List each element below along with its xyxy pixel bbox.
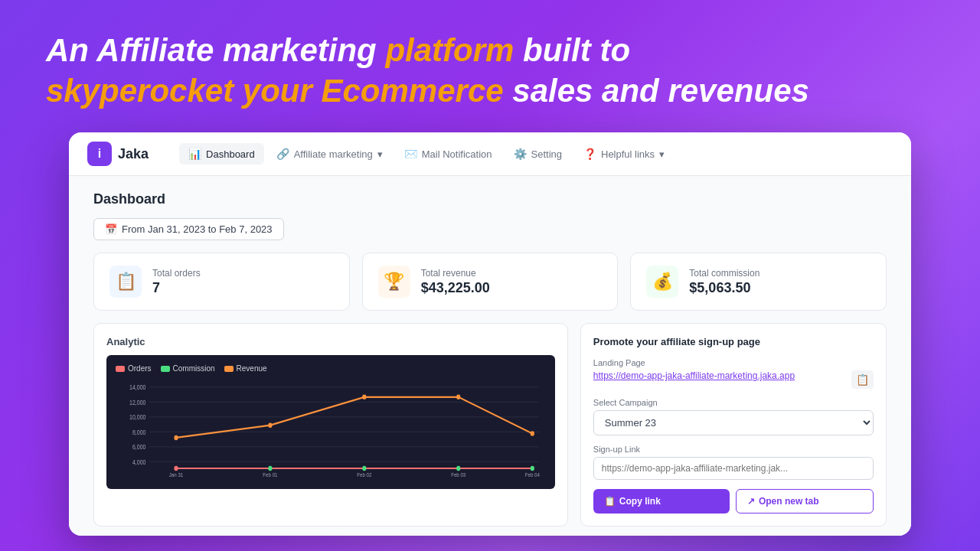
svg-text:Feb 03: Feb 03	[451, 471, 466, 478]
svg-text:4,000: 4,000	[132, 458, 146, 466]
copy-link-button[interactable]: 📋 Copy link	[593, 489, 730, 514]
landing-url[interactable]: https://demo-app-jaka-affiliate-marketin…	[593, 370, 848, 381]
external-link-icon: ↗	[747, 496, 755, 507]
stats-row: 📋 Total orders 7 🏆 Total revenue $43,225…	[93, 253, 887, 311]
affiliate-dropdown-icon: ▾	[377, 148, 383, 160]
hero-platform-highlight: platform	[385, 32, 514, 68]
nav-affiliate-label: Affiliate marketing	[294, 148, 373, 160]
logo-name: Jaka	[118, 146, 149, 162]
nav-mail-label: Mail Notification	[422, 148, 492, 160]
hero-line1-text2: built to	[514, 32, 630, 68]
hero-section: An Affiliate marketing platform built to…	[46, 31, 934, 111]
svg-text:10,000: 10,000	[129, 413, 146, 421]
logo: i Jaka	[87, 142, 149, 166]
help-icon: ❓	[583, 148, 596, 160]
open-tab-button[interactable]: ↗ Open new tab	[736, 489, 874, 514]
bottom-row: Analytic Orders Commission R	[93, 323, 887, 527]
legend-commission-dot	[161, 366, 170, 372]
svg-point-17	[174, 466, 178, 471]
chart-svg: 14,000 12,000 10,000 8,000 6,000 4,000	[116, 379, 546, 478]
commission-info: Total commission $5,063.50	[689, 268, 760, 296]
legend-orders: Orders	[116, 364, 152, 373]
copy-landing-button[interactable]: 📋	[851, 370, 874, 389]
orders-label: Total orders	[152, 268, 201, 279]
nav-item-dashboard[interactable]: 📊 Dashboard	[179, 143, 264, 165]
nav-setting-label: Setting	[531, 148, 562, 160]
revenue-info: Total revenue $43,225.00	[421, 268, 490, 296]
legend-revenue-dot	[224, 366, 234, 372]
logo-icon: i	[87, 142, 112, 166]
copy-link-label: Copy link	[619, 496, 661, 507]
svg-text:Feb 01: Feb 01	[263, 471, 277, 478]
chart-title: Analytic	[106, 336, 555, 347]
campaign-label: Select Campaign	[593, 398, 874, 407]
dashboard-icon: 📊	[188, 148, 201, 160]
promote-title: Promote your affiliate sign-up page	[593, 336, 874, 347]
mail-icon: ✉️	[404, 148, 417, 160]
campaign-field: Select Campaign Summer 23	[593, 398, 874, 435]
gear-icon: ⚙️	[514, 148, 527, 160]
svg-point-13	[268, 422, 272, 428]
svg-point-21	[531, 466, 534, 471]
hero-line2-highlight: skyperocket your Ecommerce	[46, 73, 504, 109]
chart-area: Orders Commission Revenue	[106, 355, 555, 489]
revenue-value: $43,225.00	[421, 280, 490, 296]
signup-label: Sign-up Link	[593, 445, 874, 454]
nav-dashboard-label: Dashboard	[206, 148, 255, 160]
revenue-label: Total revenue	[421, 268, 490, 279]
landing-page-field: Landing Page https://demo-app-jaka-affil…	[593, 358, 874, 389]
stat-card-commission: 💰 Total commission $5,063.50	[630, 253, 887, 311]
revenue-icon: 🏆	[378, 266, 410, 298]
stat-card-revenue: 🏆 Total revenue $43,225.00	[362, 253, 619, 311]
legend-commission-label: Commission	[173, 364, 215, 373]
stat-card-orders: 📋 Total orders 7	[93, 253, 350, 311]
commission-label: Total commission	[689, 268, 760, 279]
orders-icon: 📋	[109, 266, 142, 298]
svg-text:6,000: 6,000	[132, 443, 146, 451]
commission-icon: 💰	[646, 266, 678, 298]
landing-page-row: https://demo-app-jaka-affiliate-marketin…	[593, 370, 874, 389]
commission-value: $5,063.50	[689, 280, 760, 296]
btn-row: 📋 Copy link ↗ Open new tab	[593, 489, 874, 514]
svg-text:Jan 31: Jan 31	[169, 471, 184, 478]
orders-value: 7	[152, 280, 201, 296]
app-window: i Jaka 📊 Dashboard 🔗 Affiliate marketing…	[69, 132, 911, 536]
nav-item-helpful[interactable]: ❓ Helpful links ▾	[574, 143, 674, 165]
svg-point-16	[531, 431, 534, 436]
legend-orders-dot	[116, 366, 125, 372]
legend-commission: Commission	[161, 364, 215, 373]
affiliate-icon: 🔗	[276, 148, 289, 160]
svg-point-20	[456, 466, 460, 471]
hero-line2: skyperocket your Ecommerce sales and rev…	[46, 71, 934, 112]
page-title: Dashboard	[93, 191, 887, 207]
campaign-select[interactable]: Summer 23	[593, 410, 874, 435]
svg-point-15	[456, 395, 460, 400]
navbar: i Jaka 📊 Dashboard 🔗 Affiliate marketing…	[69, 132, 911, 176]
nav-items: 📊 Dashboard 🔗 Affiliate marketing ▾ ✉️ M…	[179, 143, 893, 165]
nav-item-setting[interactable]: ⚙️ Setting	[505, 143, 571, 165]
svg-point-19	[362, 466, 366, 471]
svg-text:14,000: 14,000	[129, 383, 146, 391]
nav-item-mail[interactable]: ✉️ Mail Notification	[395, 143, 501, 165]
helpful-dropdown-icon: ▾	[659, 148, 665, 160]
hero-line1-text1: An Affiliate marketing	[46, 32, 385, 68]
svg-point-18	[268, 466, 272, 471]
signup-input[interactable]	[593, 457, 874, 480]
date-range-text: From Jan 31, 2023 to Feb 7, 2023	[122, 223, 273, 235]
signup-link-field: Sign-up Link	[593, 445, 874, 480]
legend-revenue: Revenue	[224, 364, 267, 373]
chart-card: Analytic Orders Commission R	[93, 323, 568, 527]
copy-icon: 📋	[604, 496, 616, 507]
landing-label: Landing Page	[593, 358, 874, 367]
open-tab-label: Open new tab	[759, 496, 819, 507]
date-filter[interactable]: 📅 From Jan 31, 2023 to Feb 7, 2023	[93, 218, 284, 240]
svg-text:Feb 04: Feb 04	[525, 471, 540, 478]
legend-orders-label: Orders	[128, 364, 152, 373]
hero-line2-text2: sales and revenues	[504, 73, 809, 109]
legend-revenue-label: Revenue	[237, 364, 267, 373]
calendar-icon: 📅	[105, 223, 117, 235]
svg-text:Feb 02: Feb 02	[357, 471, 371, 478]
main-content: Dashboard 📅 From Jan 31, 2023 to Feb 7, …	[69, 176, 911, 536]
nav-item-affiliate[interactable]: 🔗 Affiliate marketing ▾	[267, 143, 392, 165]
chart-legend: Orders Commission Revenue	[116, 364, 546, 373]
